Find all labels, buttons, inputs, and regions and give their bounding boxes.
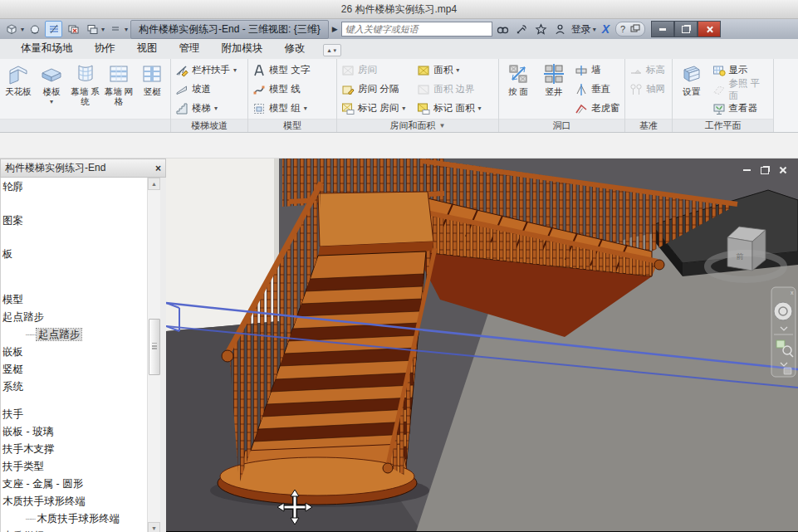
viewport-minimize-button[interactable] <box>742 165 751 175</box>
tree-branch-icon: ┈┈ <box>26 514 35 524</box>
dropdown-caret-icon[interactable]: ▾ <box>402 105 405 112</box>
button-栏杆扶手[interactable]: 栏杆扶手▾ <box>173 61 239 80</box>
switch-windows-icon-caret[interactable]: ▾ <box>101 26 105 33</box>
viewport-close-button[interactable] <box>778 165 788 175</box>
browser-item[interactable]: 系统 <box>1 379 148 395</box>
panel-close-icon[interactable]: × <box>155 163 161 174</box>
button-模型文字[interactable]: 模型 文字 <box>250 61 312 80</box>
button-老虎窗[interactable]: 老虎窗 <box>572 99 623 118</box>
dropdown-caret-icon[interactable]: ▾ <box>233 66 237 74</box>
button-垂直[interactable]: 垂直 <box>572 80 623 99</box>
search-binoculars-icon[interactable] <box>495 22 512 37</box>
button-label: 标高 <box>646 64 665 76</box>
browser-scrollbar[interactable]: ▲ ▼ <box>147 178 160 532</box>
main-area: 构件楼梯实例练习-End × 轮廓图案板模型起点踏步┈┈起点踏步嵌板竖梃系统扶手… <box>0 159 798 532</box>
button-设置[interactable]: 设置 <box>674 61 709 97</box>
render-icon[interactable] <box>26 21 43 37</box>
favorites-star-icon[interactable] <box>533 22 550 37</box>
browser-item[interactable]: 嵌板 <box>1 344 148 360</box>
button-楼板[interactable]: 楼板▾ <box>35 61 67 106</box>
switch-windows-icon[interactable] <box>83 21 100 37</box>
search-input[interactable] <box>341 22 492 37</box>
tab-视图[interactable]: 视图 <box>126 39 169 59</box>
tab-管理[interactable]: 管理 <box>169 39 211 59</box>
browser-item[interactable]: 扶手类型 <box>1 459 148 475</box>
signin-button[interactable]: 登录 ▾ <box>552 22 596 37</box>
button-标记面积[interactable]: 标记 面积▾ <box>414 99 483 118</box>
button-面积[interactable]: 面积▾ <box>414 61 483 80</box>
navigation-bar[interactable]: x <box>771 287 796 377</box>
browser-item[interactable]: 竖梃 <box>1 362 148 378</box>
dropdown-caret-icon[interactable]: ▾ <box>477 105 481 112</box>
browser-item-selected[interactable]: ┈┈起点踏步 <box>1 327 148 343</box>
browser-item[interactable]: 轮廓 <box>1 179 148 195</box>
dropdown-caret-icon[interactable]: ▾ <box>304 105 307 112</box>
tab-修改[interactable]: 修改 <box>274 39 316 59</box>
button-查看器[interactable]: 查看器 <box>710 99 771 118</box>
scroll-down-icon[interactable]: ▼ <box>148 522 160 532</box>
restore-button[interactable] <box>674 21 698 37</box>
browser-item-label: 扶手木支撑 <box>2 443 55 455</box>
close-button[interactable] <box>698 21 721 37</box>
browser-item[interactable]: 扶手 <box>1 407 148 422</box>
browser-item[interactable]: 扶手木支撑 <box>1 442 148 457</box>
scroll-up-icon[interactable]: ▲ <box>148 178 160 190</box>
button-幕墙网格[interactable]: 幕墙 网格 <box>102 61 135 106</box>
3d-viewport-canvas[interactable]: 前 <box>166 159 798 532</box>
dropdown-caret-icon[interactable]: ▾ <box>50 97 53 107</box>
ribbon-panel-楼梯坡道: 栏杆扶手▾坡道楼梯▾楼梯坡道 <box>171 59 248 132</box>
dropdown-caret-icon[interactable]: ▾ <box>214 105 218 112</box>
video-title: 26 构件楼梯实例练习.mp4 <box>341 2 457 17</box>
browser-item[interactable]: 模型 <box>1 292 148 308</box>
browser-item-label: 模型 <box>2 294 23 305</box>
customize-qat-icon[interactable] <box>106 21 124 37</box>
button-stack: 栏杆扶手▾坡道楼梯▾ <box>173 61 239 118</box>
view-3d-icon-caret[interactable]: ▾ <box>21 26 24 33</box>
customize-qat-icon-caret[interactable]: ▾ <box>125 26 128 33</box>
dropdown-caret-icon[interactable]: ▾ <box>456 66 459 74</box>
thin-lines-icon[interactable] <box>45 21 62 37</box>
browser-item[interactable]: 支座 - 金属 - 圆形 <box>1 476 148 492</box>
steering-wheel-icon[interactable] <box>774 302 792 320</box>
help-icon[interactable]: ? <box>620 24 625 34</box>
tab-附加模块[interactable]: 附加模块 <box>211 39 274 59</box>
minimize-button[interactable] <box>651 21 674 37</box>
browser-item[interactable]: 图案 <box>1 213 148 229</box>
scrollbar-thumb[interactable] <box>149 319 160 375</box>
browser-item[interactable]: 木质扶手球形终端 <box>1 494 148 510</box>
browser-item[interactable]: 起点踏步 <box>1 310 148 325</box>
button-按面[interactable]: 按 面 <box>501 61 536 97</box>
browser-item[interactable]: 板 <box>1 246 148 262</box>
button-房间分隔[interactable]: 房间 分隔 <box>339 80 408 99</box>
button-竖梃[interactable]: 竖梃 <box>136 61 169 97</box>
title-expand-arrow-icon[interactable]: ▶ <box>332 25 338 33</box>
browser-item[interactable]: ┈┈木质扶手球形终端 <box>1 511 148 527</box>
ribbon-collapse-button[interactable]: ▴▾ <box>323 44 342 56</box>
button-坡道[interactable]: 坡道 <box>173 80 239 99</box>
button-标记房间[interactable]: 标记 房间▾ <box>339 99 408 118</box>
button-楼梯[interactable]: 楼梯▾ <box>173 99 239 118</box>
button-stack: 墙垂直老虎窗 <box>572 61 623 118</box>
button-模型线[interactable]: 模型 线 <box>250 80 312 99</box>
button-幕墙系统[interactable]: 幕墙 系统 <box>69 61 101 106</box>
browser-item[interactable]: 木质栏杆 <box>1 529 148 532</box>
viewport-restore-button[interactable] <box>760 165 770 175</box>
browser-item[interactable]: 嵌板 - 玻璃 <box>1 424 148 440</box>
button-天花板[interactable]: 天花板 <box>2 61 34 97</box>
navbar-close-icon[interactable]: x <box>791 290 794 295</box>
communication-center-icon[interactable] <box>514 22 531 37</box>
panel-label: 基准 <box>625 119 672 132</box>
view-3d-icon[interactable] <box>2 21 20 37</box>
button-竖井[interactable]: 竖井 <box>536 61 571 97</box>
tab-体量和场地[interactable]: 体量和场地 <box>10 39 84 59</box>
dormer-opening-icon <box>575 102 588 115</box>
exchange-apps-icon[interactable]: X <box>599 22 613 36</box>
tab-协作[interactable]: 协作 <box>84 39 126 59</box>
button-模型组[interactable]: 模型 组▾ <box>250 99 312 118</box>
navbar-more-icon[interactable] <box>784 368 791 374</box>
infocenter-expand-icon[interactable] <box>630 24 640 34</box>
panel-buttons: 按 面竖井墙垂直老虎窗 <box>499 59 624 119</box>
panel-dropdown-icon[interactable]: ▼ <box>439 122 446 129</box>
close-hidden-windows-icon[interactable] <box>64 21 81 37</box>
button-墙[interactable]: 墙 <box>572 61 623 80</box>
